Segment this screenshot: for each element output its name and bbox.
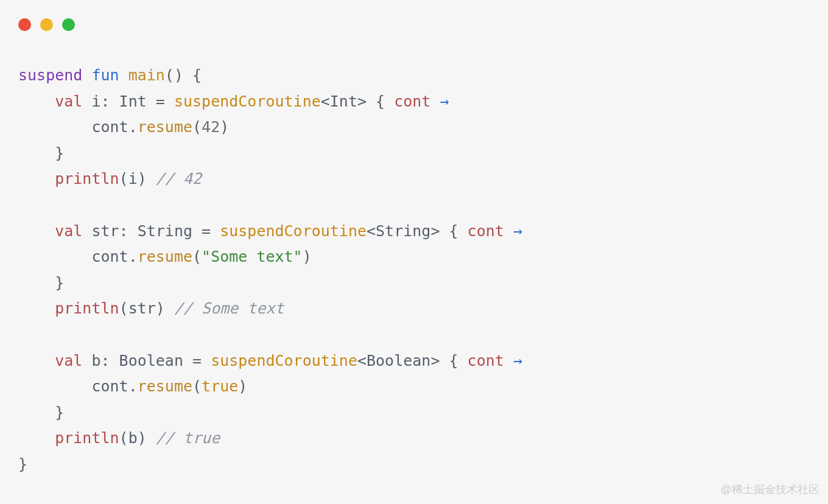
call-suspendCoroutine: suspendCoroutine [220, 222, 367, 240]
brace-close: } [55, 404, 64, 421]
call-suspendCoroutine: suspendCoroutine [211, 352, 357, 369]
arg-b: b [128, 429, 138, 447]
paren: () [165, 66, 183, 84]
comment-some-text: // Some text [174, 299, 284, 317]
indent [18, 93, 55, 110]
keyword-fun: fun [91, 66, 119, 84]
type-boolean: Boolean [119, 352, 183, 369]
arrow-icon: → [513, 352, 522, 369]
window-controls [18, 18, 75, 31]
close-icon[interactable] [18, 18, 31, 31]
method-resume: resume [138, 377, 192, 395]
arrow-icon: → [513, 222, 522, 240]
ref-cont: cont [91, 377, 128, 395]
call-println: println [55, 299, 119, 317]
watermark: @稀土掘金技术社区 [721, 482, 819, 497]
ref-cont: cont [91, 248, 128, 265]
keyword-val: val [55, 352, 82, 369]
brace-close: } [55, 144, 64, 162]
method-resume: resume [138, 248, 192, 265]
code-block: suspend fun main() { val i: Int = suspen… [18, 63, 522, 478]
brace-open: { [183, 66, 202, 84]
keyword-val: val [55, 93, 82, 110]
type-int: Int [119, 93, 147, 110]
var-i: i [91, 93, 100, 110]
keyword-suspend: suspend [18, 66, 82, 84]
brace-close-main: } [18, 455, 27, 473]
literal-some-text: "Some text" [202, 248, 303, 265]
literal-true: true [202, 377, 238, 395]
code-window: suspend fun main() { val i: Int = suspen… [0, 0, 828, 504]
arrow-icon: → [440, 93, 449, 110]
generic-string: String [376, 222, 430, 240]
ref-cont: cont [91, 118, 128, 136]
call-suspendCoroutine: suspendCoroutine [174, 93, 321, 110]
keyword-val: val [55, 222, 82, 240]
type-string: String [138, 222, 192, 240]
generic-int: Int [330, 93, 357, 110]
minimize-icon[interactable] [40, 18, 53, 31]
param-cont: cont [468, 352, 504, 369]
comment-42: // 42 [156, 170, 202, 187]
brace-close: } [55, 274, 64, 292]
param-cont: cont [468, 222, 504, 240]
function-name: main [128, 66, 165, 84]
arg-str: str [128, 299, 156, 317]
var-str: str [91, 222, 119, 240]
call-println: println [55, 429, 119, 447]
method-resume: resume [138, 118, 192, 136]
call-println: println [55, 170, 119, 187]
generic-boolean: Boolean [367, 352, 430, 369]
zoom-icon[interactable] [62, 18, 75, 31]
var-b: b [91, 352, 100, 369]
literal-42: 42 [202, 118, 220, 136]
comment-true: // true [156, 429, 220, 447]
param-cont: cont [394, 93, 430, 110]
arg-i: i [128, 170, 138, 187]
